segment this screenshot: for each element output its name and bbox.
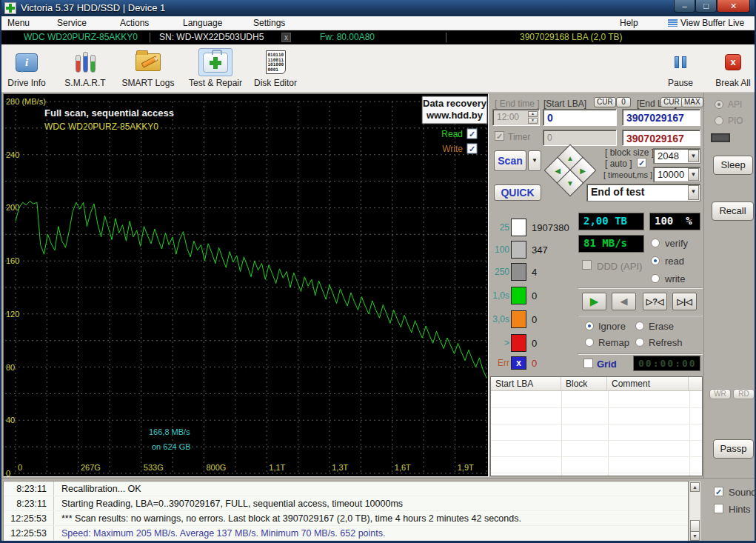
timer-checkbox[interactable]: ✓ xyxy=(495,131,504,141)
menu-help[interactable]: Help xyxy=(620,18,638,28)
ddd-label: DDD (API) xyxy=(597,261,642,272)
disk-editor-button[interactable]: 010110110011 1010000001 Disk Editor xyxy=(252,48,299,88)
scroll-down-icon[interactable]: ▼ xyxy=(690,531,700,541)
sleep-button[interactable]: Sleep xyxy=(713,156,753,175)
start-lba-zero-button[interactable]: 0 xyxy=(616,97,631,107)
pio-radio[interactable] xyxy=(715,116,723,125)
start-lba-input[interactable]: 0 xyxy=(543,109,617,126)
menu-language[interactable]: Language xyxy=(183,18,222,28)
sound-checkbox[interactable]: ✓ xyxy=(714,487,723,496)
action-remap-label: Remap xyxy=(598,337,629,348)
wr-button[interactable]: WR xyxy=(709,389,731,399)
smart-button[interactable]: S.M.A.R.T xyxy=(59,48,111,88)
svg-text:80: 80 xyxy=(6,363,15,372)
back-button[interactable]: ◀ xyxy=(612,293,636,310)
svg-text:200: 200 xyxy=(6,203,19,212)
bin-gt-box xyxy=(511,334,526,352)
quick-button[interactable]: QUICK xyxy=(494,184,541,201)
seek-retry-button[interactable]: ▷?◁ xyxy=(643,293,667,310)
graph-title: Full scan, sequential access xyxy=(44,107,174,119)
action-remap-radio[interactable] xyxy=(585,338,594,347)
drive-info-icon: i xyxy=(16,53,38,72)
error-cross-icon: x xyxy=(511,356,526,370)
counter-row-1s: 1,0s 0 xyxy=(489,287,574,304)
end-time-spinner[interactable]: 12:00 ▲▼ xyxy=(492,109,540,126)
drive-info-bar: WDC WD20PURZ-85AKKY0 SN: WD-WX22D503UDH5… xyxy=(1,30,755,44)
activity-led xyxy=(711,133,730,142)
auto-checkbox[interactable]: ✓ xyxy=(637,158,646,167)
pause-button[interactable]: Pause xyxy=(662,48,699,88)
mode-read-radio[interactable] xyxy=(651,256,660,265)
menu-view-buffer-live[interactable]: View Buffer Live xyxy=(668,18,744,28)
col-start-lba[interactable]: Start LBA xyxy=(491,377,561,390)
grid-checkbox[interactable] xyxy=(583,359,593,368)
window-title: Victoria 5.37 HDD/SSD | Device 1 xyxy=(21,2,165,13)
close-sn-icon[interactable]: x xyxy=(281,33,291,42)
bin-3s-box xyxy=(511,310,526,328)
svg-text:160: 160 xyxy=(6,256,19,265)
end-of-test-select[interactable]: End of test▼ xyxy=(586,184,700,201)
menu-service[interactable]: Service xyxy=(57,18,87,28)
col-block[interactable]: Block xyxy=(561,377,607,390)
mode-write-radio[interactable] xyxy=(651,274,660,283)
main-area: 280 (MB/s)240200160120804000267G533G800G… xyxy=(1,93,755,478)
action-refresh-radio[interactable] xyxy=(635,338,644,347)
scan-button[interactable]: Scan xyxy=(494,150,526,171)
svg-text:240: 240 xyxy=(6,150,19,159)
break-x-icon: x xyxy=(725,54,741,70)
smart-logs-button[interactable]: SMART Logs xyxy=(116,48,180,88)
first-aid-icon xyxy=(203,53,228,73)
mode-verify-radio[interactable] xyxy=(651,239,660,247)
menu-menu[interactable]: Menu xyxy=(7,18,30,28)
spinner-arrows-icon[interactable]: ▲▼ xyxy=(528,111,538,124)
end-lba-cur-button[interactable]: CUR xyxy=(660,97,683,107)
action-ignore-radio[interactable] xyxy=(585,322,594,330)
defect-table[interactable]: Start LBA Block Comment xyxy=(490,376,703,476)
counter-row-3s: 3,0s 0 xyxy=(489,310,574,328)
api-radio[interactable] xyxy=(715,100,723,109)
drive-info-button[interactable]: i Drive Info xyxy=(5,48,48,88)
maximize-button[interactable]: □ xyxy=(695,0,717,13)
graph-axis-labels: 280 (MB/s)240200160120804000267G533G800G… xyxy=(6,97,474,476)
log-side-panel: ✓ Sound Hints xyxy=(702,479,756,543)
action-erase-radio[interactable] xyxy=(635,322,644,330)
progress-percent-display: 100 % xyxy=(649,213,700,230)
menu-actions[interactable]: Actions xyxy=(120,18,149,28)
scan-dropdown-button[interactable]: ▼ xyxy=(528,150,541,171)
svg-text:1,1T: 1,1T xyxy=(269,463,285,472)
col-comment[interactable]: Comment xyxy=(607,377,689,390)
speed-annotation-line2: on 624 GB xyxy=(152,442,191,451)
start-test-button[interactable]: ▶ xyxy=(582,293,606,310)
test-repair-button[interactable]: Test & Repair xyxy=(181,48,250,88)
action-erase-label: Erase xyxy=(649,321,674,332)
log-list[interactable]: 8:23:11 Recallibration... OK 8:23:11 Sta… xyxy=(3,481,689,542)
svg-text:280 (MB/s): 280 (MB/s) xyxy=(6,97,46,106)
hints-checkbox[interactable] xyxy=(714,504,723,513)
drive-capacity: 3907029168 LBA (2,0 TB) xyxy=(520,30,623,44)
step-button[interactable]: ▷|◁ xyxy=(672,293,697,310)
smart-tubes-icon xyxy=(76,52,96,73)
end-lba-input[interactable]: 3907029167 xyxy=(622,109,700,126)
ddd-checkbox[interactable] xyxy=(582,260,592,270)
scroll-up-icon[interactable]: ▲ xyxy=(690,482,700,492)
end-lba-max-button[interactable]: MAX xyxy=(681,97,703,107)
close-button[interactable]: ✕ xyxy=(717,0,750,13)
minimize-button[interactable]: – xyxy=(674,0,695,13)
log-area: 8:23:11 Recallibration... OK 8:23:11 Sta… xyxy=(1,478,755,543)
start-lba-cur-button[interactable]: CUR xyxy=(594,97,616,107)
block-size-select[interactable]: 2048▼ xyxy=(653,148,700,164)
break-all-button[interactable]: x Break All xyxy=(712,48,754,88)
recall-button[interactable]: Recall xyxy=(712,201,754,221)
menu-settings[interactable]: Settings xyxy=(253,18,285,28)
timeout-select[interactable]: 10000▼ xyxy=(653,167,700,182)
svg-text:1,6T: 1,6T xyxy=(395,463,411,472)
log-scrollbar[interactable]: ▲ ▼ xyxy=(689,481,701,542)
graph-gridlines xyxy=(5,101,486,473)
passp-button[interactable]: Passp xyxy=(713,439,754,459)
scan-graph-svg: 280 (MB/s)240200160120804000267G533G800G… xyxy=(4,94,488,476)
read-speed-line xyxy=(16,201,486,378)
svg-text:120: 120 xyxy=(6,310,19,319)
api-label: API xyxy=(728,99,742,110)
rd-button[interactable]: RD xyxy=(733,389,755,399)
timeout-label: [ timeout,ms ] xyxy=(603,170,652,179)
